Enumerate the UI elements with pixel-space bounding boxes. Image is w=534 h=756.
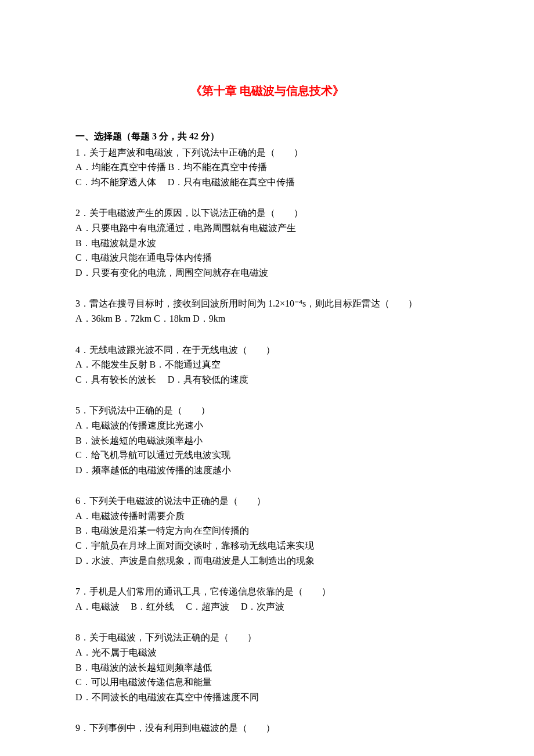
question-2: 2．关于电磁波产生的原因，以下说法正确的是（ ） A．只要电路中有电流通过，电路… — [75, 206, 459, 280]
option-line: C．给飞机导航可以通过无线电波实现 — [75, 448, 459, 463]
question-4: 4．无线电波跟光波不同，在于无线电波（ ） A．不能发生反射 B．不能通过真空 … — [75, 343, 459, 387]
option-line: D．只要有变化的电流，周围空间就存在电磁波 — [75, 265, 459, 280]
option-line: A．电磁波的传播速度比光速小 — [75, 418, 459, 433]
question-1: 1．关于超声波和电磁波，下列说法中正确的是（ ） A．均能在真空中传播 B．均不… — [75, 145, 459, 190]
option-line: B．电磁波是沿某一特定方向在空间传播的 — [75, 523, 459, 538]
page: 《第十章 电磁波与信息技术》 一、选择题（每题 3 分，共 42 分） 1．关于… — [0, 0, 534, 756]
option-line: A．36km B．72km C．18km D．9km — [75, 311, 459, 326]
option-line: C．均不能穿透人体 D．只有电磁波能在真空中传播 — [75, 175, 459, 190]
option-line: C．宇航员在月球上面对面交谈时，靠移动无线电话来实现 — [75, 538, 459, 553]
question-stem: 5．下列说法中正确的是（ ） — [75, 403, 459, 418]
option-line: D．频率越低的电磁波传播的速度越小 — [75, 463, 459, 478]
question-stem: 1．关于超声波和电磁波，下列说法中正确的是（ ） — [75, 145, 459, 160]
option-line: A．光不属于电磁波 — [75, 645, 459, 660]
question-9: 9．下列事例中，没有利用到电磁波的是（ ） — [75, 721, 459, 736]
option-line: C．电磁波只能在通电导体内传播 — [75, 250, 459, 265]
question-stem: 3．雷达在搜寻目标时，接收到回波所用时间为 1.2×10⁻⁴s，则此目标距雷达（… — [75, 296, 459, 311]
question-6: 6．下列关于电磁波的说法中正确的是（ ） A．电磁波传播时需要介质 B．电磁波是… — [75, 494, 459, 568]
question-stem: 4．无线电波跟光波不同，在于无线电波（ ） — [75, 343, 459, 358]
question-7: 7．手机是人们常用的通讯工具，它传递信息依靠的是（ ） A．电磁波 B．红外线 … — [75, 584, 459, 614]
question-stem: 8．关于电磁波，下列说法正确的是（ ） — [75, 630, 459, 645]
option-line: A．只要电路中有电流通过，电路周围就有电磁波产生 — [75, 221, 459, 236]
option-line: A．均能在真空中传播 B．均不能在真空中传播 — [75, 160, 459, 175]
chapter-title: 《第十章 电磁波与信息技术》 — [75, 81, 459, 100]
question-stem: 6．下列关于电磁波的说法中正确的是（ ） — [75, 494, 459, 509]
option-line: A．不能发生反射 B．不能通过真空 — [75, 357, 459, 372]
option-line: D．水波、声波是自然现象，而电磁波是人工制造出的现象 — [75, 553, 459, 568]
question-3: 3．雷达在搜寻目标时，接收到回波所用时间为 1.2×10⁻⁴s，则此目标距雷达（… — [75, 296, 459, 326]
option-line: C．可以用电磁波传递信息和能量 — [75, 675, 459, 690]
question-stem: 2．关于电磁波产生的原因，以下说法正确的是（ ） — [75, 206, 459, 221]
section-header: 一、选择题（每题 3 分，共 42 分） — [75, 129, 459, 144]
option-line: D．不同波长的电磁波在真空中传播速度不同 — [75, 690, 459, 705]
option-line: B．电磁波的波长越短则频率越低 — [75, 660, 459, 675]
option-line: C．具有较长的波长 D．具有较低的速度 — [75, 372, 459, 387]
question-8: 8．关于电磁波，下列说法正确的是（ ） A．光不属于电磁波 B．电磁波的波长越短… — [75, 630, 459, 704]
option-line: B．波长越短的电磁波频率越小 — [75, 433, 459, 448]
question-stem: 9．下列事例中，没有利用到电磁波的是（ ） — [75, 721, 459, 736]
question-5: 5．下列说法中正确的是（ ） A．电磁波的传播速度比光速小 B．波长越短的电磁波… — [75, 403, 459, 477]
question-stem: 7．手机是人们常用的通讯工具，它传递信息依靠的是（ ） — [75, 584, 459, 599]
option-line: A．电磁波传播时需要介质 — [75, 509, 459, 524]
option-line: A．电磁波 B．红外线 C．超声波 D．次声波 — [75, 599, 459, 614]
option-line: B．电磁波就是水波 — [75, 236, 459, 251]
